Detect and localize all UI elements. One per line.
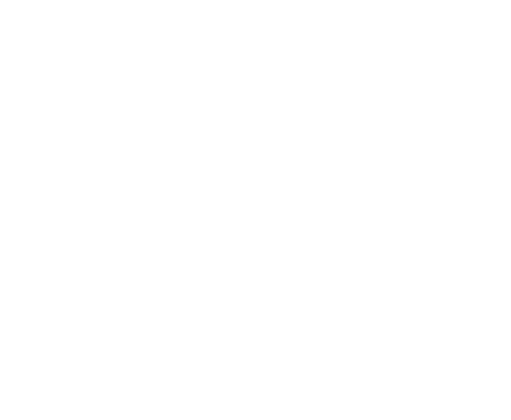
dashboard-grid <box>0 0 511 420</box>
